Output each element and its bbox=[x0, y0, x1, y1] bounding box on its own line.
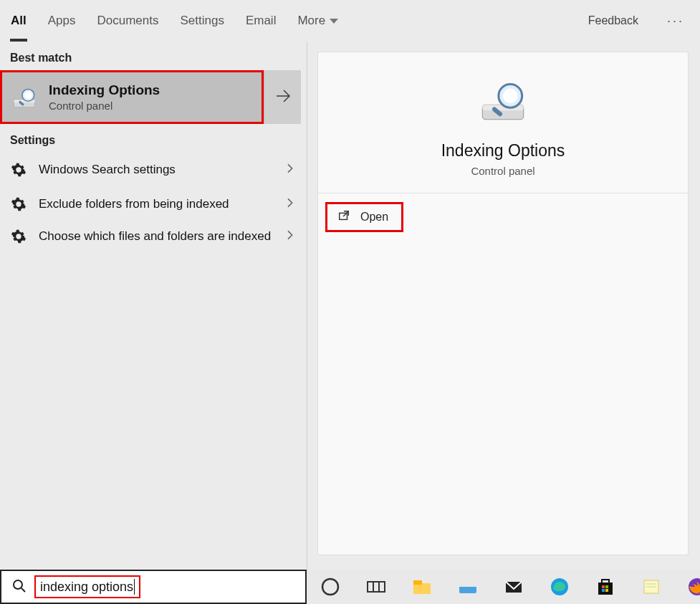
settings-result-choose-files[interactable]: Choose which files and folders are index… bbox=[0, 221, 307, 251]
svg-point-10 bbox=[322, 579, 338, 595]
tab-email[interactable]: Email bbox=[235, 0, 287, 42]
indexing-options-icon bbox=[10, 83, 39, 112]
best-match-result[interactable]: Indexing Options Control panel bbox=[0, 70, 307, 124]
taskbar-cortana-icon[interactable] bbox=[320, 576, 341, 598]
open-action-label: Open bbox=[360, 211, 388, 224]
best-match-main[interactable]: Indexing Options Control panel bbox=[0, 70, 264, 124]
taskbar-keyboard-icon[interactable] bbox=[457, 576, 479, 598]
open-icon bbox=[337, 209, 350, 225]
settings-item-label: Windows Search settings bbox=[39, 162, 274, 178]
svg-rect-23 bbox=[605, 585, 608, 588]
settings-item-label: Choose which files and folders are index… bbox=[39, 229, 274, 244]
gear-icon bbox=[10, 229, 27, 244]
taskbar-file-explorer-icon[interactable] bbox=[411, 576, 433, 598]
svg-rect-15 bbox=[413, 580, 422, 585]
arrow-right-icon bbox=[274, 87, 292, 108]
svg-rect-20 bbox=[598, 583, 613, 595]
feedback-link[interactable]: Feedback bbox=[577, 0, 651, 42]
section-header-best-match: Best match bbox=[0, 42, 307, 70]
best-match-subtitle: Control panel bbox=[49, 100, 160, 112]
chevron-right-icon bbox=[285, 197, 297, 212]
search-query-text: indexing options bbox=[40, 580, 133, 595]
best-match-title: Indexing Options bbox=[49, 82, 160, 98]
taskbar-firefox-icon[interactable] bbox=[686, 576, 700, 598]
gear-icon bbox=[10, 196, 27, 212]
chevron-right-icon bbox=[285, 229, 297, 244]
settings-result-exclude-folders[interactable]: Exclude folders from being indexed bbox=[0, 187, 307, 221]
filter-tabs: All Apps Documents Settings Email More F… bbox=[0, 0, 700, 42]
search-input[interactable]: indexing options bbox=[34, 575, 140, 598]
chevron-down-icon bbox=[330, 19, 338, 24]
taskbar-taskview-icon[interactable] bbox=[365, 576, 387, 598]
details-panel: Indexing Options Control panel Open bbox=[317, 52, 689, 555]
details-title: Indexing Options bbox=[441, 141, 565, 160]
text-caret bbox=[134, 579, 135, 595]
tab-more-label: More bbox=[297, 14, 325, 28]
section-header-settings: Settings bbox=[0, 124, 307, 153]
svg-rect-14 bbox=[413, 583, 431, 594]
best-match-expand-button[interactable] bbox=[264, 70, 301, 124]
settings-result-windows-search[interactable]: Windows Search settings bbox=[0, 153, 307, 187]
tab-settings[interactable]: Settings bbox=[169, 0, 234, 42]
tab-more[interactable]: More bbox=[287, 0, 349, 42]
gear-icon bbox=[10, 162, 27, 178]
svg-rect-11 bbox=[368, 582, 373, 592]
tab-all[interactable]: All bbox=[0, 0, 37, 42]
search-box[interactable]: indexing options bbox=[0, 570, 307, 604]
details-subtitle: Control panel bbox=[471, 165, 534, 177]
taskbar-mail-icon[interactable] bbox=[503, 576, 524, 598]
taskbar-store-icon[interactable] bbox=[595, 576, 616, 598]
tab-apps[interactable]: Apps bbox=[37, 0, 87, 42]
svg-rect-13 bbox=[379, 582, 385, 592]
svg-rect-22 bbox=[602, 585, 605, 588]
column-divider bbox=[307, 42, 307, 570]
indexing-options-icon bbox=[475, 72, 531, 131]
more-options-button[interactable]: ··· bbox=[651, 0, 700, 42]
search-icon bbox=[11, 578, 26, 595]
settings-item-label: Exclude folders from being indexed bbox=[39, 196, 274, 212]
details-header: Indexing Options Control panel bbox=[318, 52, 688, 193]
taskbar-notes-icon[interactable] bbox=[641, 576, 662, 598]
svg-rect-24 bbox=[602, 589, 605, 592]
tab-documents[interactable]: Documents bbox=[86, 0, 169, 42]
svg-rect-17 bbox=[459, 583, 476, 587]
taskbar bbox=[307, 570, 700, 604]
svg-rect-25 bbox=[605, 589, 608, 592]
search-results-panel: All Apps Documents Settings Email More F… bbox=[0, 0, 700, 570]
svg-rect-12 bbox=[373, 582, 379, 592]
svg-rect-21 bbox=[602, 580, 609, 583]
open-action[interactable]: Open bbox=[325, 202, 403, 232]
taskbar-edge-icon[interactable] bbox=[549, 576, 570, 598]
results-column: Best match Indexing Options Control pane… bbox=[0, 42, 307, 570]
chevron-right-icon bbox=[285, 163, 297, 178]
